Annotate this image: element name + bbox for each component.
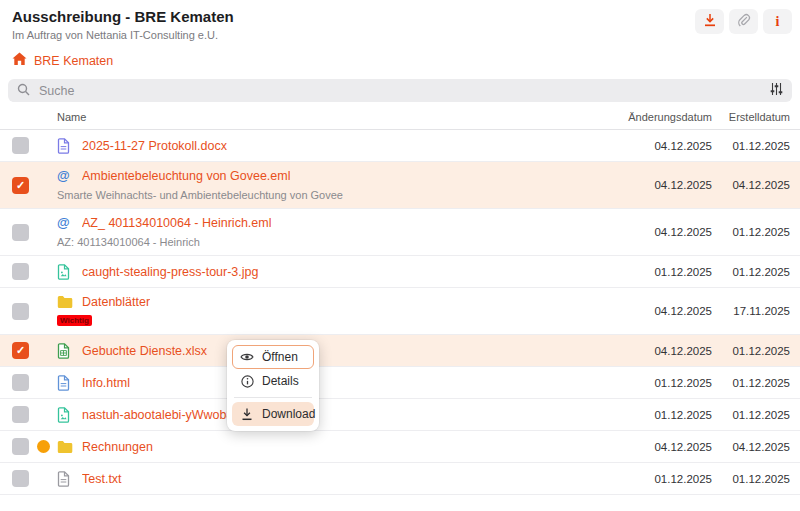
new-indicator-dot xyxy=(37,440,50,453)
table-row[interactable]: @ AZ_ 401134010064 - Heinrich.eml AZ: 40… xyxy=(0,209,800,256)
column-header-name[interactable]: Name xyxy=(0,111,617,123)
row-checkbox[interactable]: ✓ xyxy=(12,342,29,359)
file-name-link[interactable]: nastuh-abootalebi-yWwob8kv xyxy=(82,408,246,422)
table-row[interactable]: Info.html 01.12.2025 01.12.2025 xyxy=(0,367,800,399)
row-checkbox[interactable] xyxy=(12,374,29,391)
context-menu-item-download[interactable]: Download xyxy=(232,402,314,426)
breadcrumb-root-link[interactable]: BRE Kematen xyxy=(34,54,113,68)
modified-date: 04.12.2025 xyxy=(617,226,712,238)
file-name-link[interactable]: Datenblätter xyxy=(82,295,150,309)
file-name-link[interactable]: Ambientebeleuchtung von Govee.eml xyxy=(82,169,290,183)
file-cell: Gebuchte Dienste.xlsx xyxy=(57,343,617,359)
file-name-link[interactable]: Rechnungen xyxy=(82,440,153,454)
row-checkbox[interactable] xyxy=(12,137,29,154)
file-cell: 2025-11-27 Protokoll.docx xyxy=(57,138,617,154)
file-cell: Datenblätter Wichtig xyxy=(57,295,617,327)
context-menu-divider xyxy=(234,397,312,398)
file-list: 2025-11-27 Protokoll.docx 04.12.2025 01.… xyxy=(0,130,800,495)
created-date: 01.12.2025 xyxy=(712,345,790,357)
row-checkbox[interactable] xyxy=(12,303,29,320)
table-row[interactable]: ✓ @ Ambientebeleuchtung von Govee.eml Sm… xyxy=(0,162,800,209)
filter-sliders-icon xyxy=(770,82,783,99)
context-menu-label: Öffnen xyxy=(262,350,298,364)
table-row[interactable]: caught-stealing-press-tour-3.jpg 01.12.2… xyxy=(0,256,800,288)
eml-file-icon: @ xyxy=(57,169,73,183)
row-checkbox[interactable] xyxy=(12,470,29,487)
created-date: 04.12.2025 xyxy=(712,441,790,453)
filter-button[interactable] xyxy=(770,82,783,99)
table-row[interactable]: nastuh-abootalebi-yWwob8kv 01.12.2025 01… xyxy=(0,399,800,431)
file-cell: @ AZ_ 401134010064 - Heinrich.eml AZ: 40… xyxy=(57,216,617,248)
table-row[interactable]: Rechnungen 04.12.2025 04.12.2025 xyxy=(0,431,800,463)
modified-date: 01.12.2025 xyxy=(617,377,712,389)
table-row[interactable]: 2025-11-27 Protokoll.docx 04.12.2025 01.… xyxy=(0,130,800,162)
file-cell: Info.html xyxy=(57,375,617,391)
file-name-link[interactable]: caught-stealing-press-tour-3.jpg xyxy=(82,265,258,279)
folder-icon xyxy=(57,295,73,309)
file-name-link[interactable]: 2025-11-27 Protokoll.docx xyxy=(82,139,227,153)
file-cell: Rechnungen xyxy=(57,440,617,454)
column-header-modified[interactable]: Änderungsdatum xyxy=(617,111,712,123)
modified-date: 01.12.2025 xyxy=(617,266,712,278)
indicator-slot xyxy=(29,440,57,453)
created-date: 01.12.2025 xyxy=(712,409,790,421)
file-subtitle: Smarte Weihnachts- und Ambientebeleuchtu… xyxy=(57,189,617,201)
image-file-icon xyxy=(57,407,73,423)
table-header: Name Änderungsdatum Erstelldatum xyxy=(0,102,800,130)
created-date: 01.12.2025 xyxy=(712,473,790,485)
home-icon xyxy=(12,52,27,70)
file-name-link[interactable]: Test.txt xyxy=(82,472,122,486)
file-name-link[interactable]: Info.html xyxy=(82,376,130,390)
paperclip-icon xyxy=(737,13,751,30)
file-cell: nastuh-abootalebi-yWwob8kv xyxy=(57,407,617,423)
modified-date: 01.12.2025 xyxy=(617,473,712,485)
modified-date: 04.12.2025 xyxy=(617,179,712,191)
search-input[interactable] xyxy=(37,83,763,99)
header-actions: i xyxy=(695,9,792,34)
image-file-icon xyxy=(57,264,73,280)
row-checkbox[interactable] xyxy=(12,263,29,280)
download-icon xyxy=(703,13,717,30)
row-checkbox[interactable] xyxy=(12,224,29,241)
eye-icon xyxy=(240,352,254,362)
search-bar xyxy=(8,79,792,102)
context-menu-item-details[interactable]: Details xyxy=(232,369,314,393)
row-checkbox[interactable] xyxy=(12,438,29,455)
modified-date: 04.12.2025 xyxy=(617,140,712,152)
header-text: Ausschreibung - BRE Kematen Im Auftrag v… xyxy=(12,7,234,41)
docx-file-icon xyxy=(57,138,73,154)
breadcrumb[interactable]: BRE Kematen xyxy=(12,52,800,70)
modified-date: 04.12.2025 xyxy=(617,305,712,317)
modified-date: 04.12.2025 xyxy=(617,441,712,453)
modified-date: 01.12.2025 xyxy=(617,409,712,421)
info-circle-icon xyxy=(240,375,254,388)
column-header-created[interactable]: Erstelldatum xyxy=(712,111,790,123)
share-link-button[interactable] xyxy=(729,9,758,34)
info-icon: i xyxy=(776,14,780,30)
context-menu: Öffnen Details Download xyxy=(227,340,319,431)
context-menu-item-open[interactable]: Öffnen xyxy=(232,345,314,369)
table-row[interactable]: Datenblätter Wichtig 04.12.2025 17.11.20… xyxy=(0,288,800,335)
file-name-link[interactable]: Gebuchte Dienste.xlsx xyxy=(82,344,207,358)
wichtig-badge: Wichtig xyxy=(57,315,92,326)
file-name-link[interactable]: AZ_ 401134010064 - Heinrich.eml xyxy=(82,216,271,230)
download-all-button[interactable] xyxy=(695,9,724,34)
created-date: 04.12.2025 xyxy=(712,179,790,191)
page-title: Ausschreibung - BRE Kematen xyxy=(12,7,234,26)
modified-date: 04.12.2025 xyxy=(617,345,712,357)
eml-file-icon: @ xyxy=(57,216,73,230)
context-menu-label: Details xyxy=(262,374,299,388)
txt-file-icon xyxy=(57,471,73,487)
created-date: 01.12.2025 xyxy=(712,266,790,278)
table-row[interactable]: ✓ Gebuchte Dienste.xlsx 04.12.2025 01.12… xyxy=(0,335,800,367)
info-button[interactable]: i xyxy=(763,9,792,34)
row-checkbox[interactable]: ✓ xyxy=(12,177,29,194)
row-checkbox[interactable] xyxy=(12,406,29,423)
context-menu-label: Download xyxy=(262,407,315,421)
file-cell: caught-stealing-press-tour-3.jpg xyxy=(57,264,617,280)
created-date: 01.12.2025 xyxy=(712,226,790,238)
page-header: Ausschreibung - BRE Kematen Im Auftrag v… xyxy=(0,0,800,41)
file-subtitle: AZ: 401134010064 - Heinrich xyxy=(57,236,617,248)
table-row[interactable]: Test.txt 01.12.2025 01.12.2025 xyxy=(0,463,800,495)
download-icon xyxy=(240,408,254,421)
